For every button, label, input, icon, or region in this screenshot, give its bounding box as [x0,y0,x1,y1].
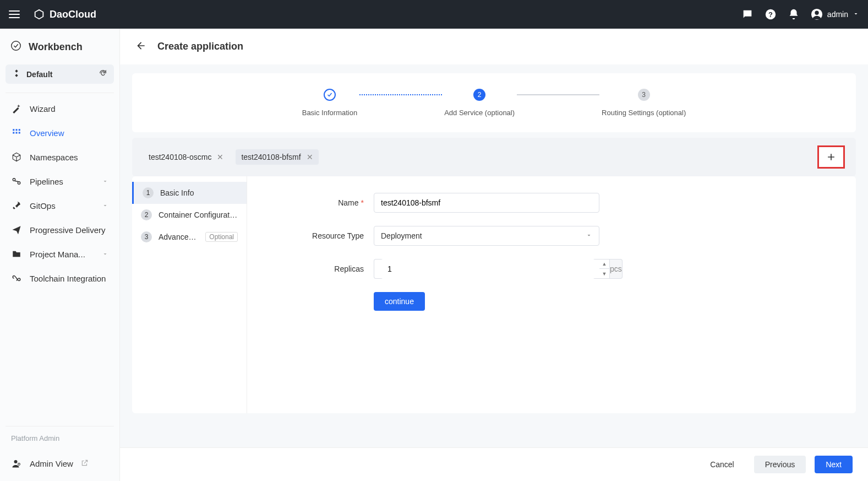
step-connector [517,92,599,98]
replicas-input-wrap [374,259,599,279]
resource-type-select[interactable]: Deployment [374,226,599,246]
check-icon [324,89,336,101]
nav-label: Toolchain Integration [30,274,106,283]
sidebar-item-overview[interactable]: Overview [6,121,114,145]
form-step-advanced[interactable]: 3 Advanced ... Optional [132,226,247,248]
avatar-icon [811,8,823,20]
step-number: 1 [143,187,154,198]
topbar: DaoCloud ? admin [0,0,868,29]
messages-icon[interactable] [741,8,754,20]
next-button[interactable]: Next [815,456,853,473]
sidebar-item-pipelines[interactable]: Pipelines [6,169,114,193]
add-service-button[interactable] [817,145,845,169]
nav-label: Project Mana... [30,250,85,259]
form-step-label: Basic Info [160,188,194,197]
close-icon[interactable]: ✕ [217,153,223,161]
back-button[interactable] [135,40,146,53]
chevron-down-icon [853,10,859,19]
sidebar-item-project-management[interactable]: Project Mana... [6,242,114,266]
sidebar-item-toolchain-integration[interactable]: Toolchain Integration [6,266,114,290]
admin-icon [11,458,22,469]
cancel-button[interactable]: Cancel [699,456,745,473]
nav-label: Admin View [30,459,73,468]
close-icon[interactable]: ✕ [307,153,313,161]
form-step-label: Container Configuration [159,210,238,219]
form-step-label: Advanced ... [159,233,196,241]
wand-icon [11,103,22,114]
brand-logo[interactable]: DaoCloud [33,8,96,20]
form-step-basic-info[interactable]: 1 Basic Info [132,182,247,204]
svg-point-4 [12,41,21,51]
page-title: Create application [157,41,243,52]
brand-name: DaoCloud [50,9,96,20]
step-number: 3 [141,231,152,242]
chevron-down-icon [102,177,108,186]
menu-toggle-button[interactable] [9,8,22,21]
step-number: 3 [638,89,650,101]
refresh-icon[interactable] [99,69,107,79]
send-icon [11,224,22,235]
sidebar-nav: Wizard Overview Namespaces Pipelines Git… [6,93,114,290]
nav-label: Progressive Delivery [30,225,106,235]
folder-icon [11,248,22,260]
external-link-icon [81,459,89,468]
form-step-container-config[interactable]: 2 Container Configuration [132,204,247,226]
link-icon [11,176,22,187]
name-input[interactable] [374,193,599,213]
wizard-steps-card: Basic Information 2 Add Service (optiona… [132,73,856,132]
rocket-icon [11,200,22,211]
context-selector[interactable]: Default [6,64,114,84]
topbar-right: ? admin [741,8,859,20]
help-icon[interactable]: ? [765,8,777,20]
svg-text:?: ? [768,10,773,19]
svg-point-13 [14,460,18,463]
replicas-unit: pcs [610,259,623,279]
logo-cube-icon [33,8,45,20]
form-card: 1 Basic Info 2 Container Configuration 3… [132,176,856,413]
sidebar-item-namespaces[interactable]: Namespaces [6,145,114,169]
sidebar-item-admin-view[interactable]: Admin View [6,451,114,475]
service-tabs-row: test240108-oscmc ✕ test240108-bfsmf ✕ [132,138,856,176]
context-label: Default [26,70,52,79]
infinity-icon [11,273,22,284]
sidebar-item-progressive-delivery[interactable]: Progressive Delivery [6,218,114,242]
form-area: Name* Resource Type Deployment [247,176,856,413]
step-number: 2 [141,209,152,220]
service-tab[interactable]: test240108-bfsmf ✕ [236,149,318,165]
svg-rect-7 [19,129,20,131]
optional-tag: Optional [205,232,238,242]
workbench-icon [10,40,22,55]
nav-label: GitOps [30,201,56,210]
stepper-up[interactable]: ▲ [599,260,609,269]
sidebar: Workbench Default Wizard Overview Namesp… [0,29,120,481]
svg-rect-9 [16,132,18,134]
resource-type-label: Resource Type [269,231,374,240]
wizard-step-label: Add Service (optional) [444,109,515,117]
service-tab[interactable]: test240108-oscmc ✕ [143,149,229,165]
svg-rect-8 [13,132,14,134]
nav-label: Namespaces [30,153,78,162]
chevron-down-icon [586,231,592,240]
nav-label: Pipelines [30,177,63,186]
wizard-step-label: Routing Settings (optional) [602,109,686,117]
page-header: Create application [120,29,868,64]
context-icon [12,69,21,79]
chevron-down-icon [102,201,108,210]
svg-rect-6 [16,129,18,131]
service-tab-label: test240108-bfsmf [241,153,301,161]
user-menu[interactable]: admin [811,8,859,20]
name-label: Name* [269,198,374,207]
svg-point-3 [815,11,818,15]
wizard-step-1: Basic Information [302,89,357,117]
notifications-icon[interactable] [788,8,800,20]
replicas-label: Replicas [269,264,374,273]
continue-button[interactable]: continue [374,292,425,311]
previous-button[interactable]: Previous [754,456,806,473]
sidebar-item-gitops[interactable]: GitOps [6,193,114,218]
replicas-input[interactable] [381,259,595,279]
svg-point-14 [18,463,20,466]
stepper-down[interactable]: ▼ [599,269,609,278]
wizard-step-label: Basic Information [302,109,357,117]
svg-rect-5 [13,129,14,131]
sidebar-item-wizard[interactable]: Wizard [6,96,114,121]
